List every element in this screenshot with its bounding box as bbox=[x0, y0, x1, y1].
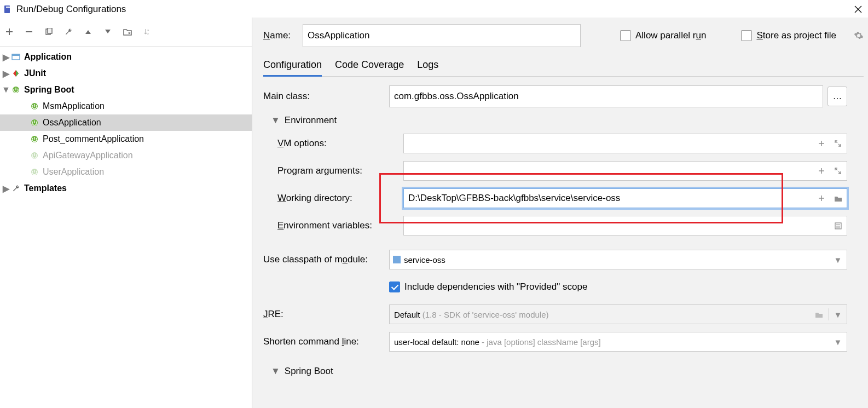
checkbox-icon bbox=[741, 30, 752, 41]
shorten-value: user-local default: none bbox=[394, 337, 482, 347]
jre-value: Default bbox=[394, 310, 423, 319]
save-folder-icon[interactable] bbox=[123, 27, 132, 37]
tree-item-oss[interactable]: OssApplication bbox=[0, 114, 252, 131]
app-icon bbox=[3, 5, 12, 14]
tree-label: Post_commentApplication bbox=[43, 134, 144, 144]
tree-node-spring-boot[interactable]: ▼ Spring Boot bbox=[0, 82, 252, 98]
shorten-label: Shorten command line: bbox=[263, 336, 389, 347]
program-args-label: Program arguments: bbox=[263, 165, 403, 176]
folder-icon[interactable] bbox=[831, 192, 844, 205]
jre-hint: (1.8 - SDK of 'service-oss' module) bbox=[423, 310, 549, 319]
svg-text:z: z bbox=[147, 32, 149, 36]
tab-code-coverage[interactable]: Code Coverage bbox=[335, 57, 404, 76]
shorten-select[interactable]: user-local default: none - java [options… bbox=[389, 332, 847, 352]
chevron-down-icon: ▼ bbox=[831, 253, 844, 266]
add-icon[interactable] bbox=[4, 27, 14, 37]
checkbox-checked-icon bbox=[389, 281, 400, 292]
svg-rect-7 bbox=[12, 54, 20, 56]
env-vars-input[interactable] bbox=[404, 215, 830, 236]
section-label: Environment bbox=[285, 115, 337, 126]
env-vars-label: Environment variables: bbox=[263, 220, 403, 231]
move-down-icon[interactable] bbox=[103, 27, 113, 37]
junit-icon bbox=[11, 68, 21, 78]
tab-bar: Configuration Code Coverage Logs bbox=[263, 57, 864, 77]
tree-node-junit[interactable]: ▶ JUnit bbox=[0, 65, 252, 82]
plus-icon[interactable] bbox=[815, 137, 828, 150]
chevron-right-icon: ▶ bbox=[2, 52, 10, 62]
plus-icon[interactable] bbox=[815, 192, 828, 205]
tree-label: Application bbox=[24, 52, 72, 62]
left-panel: az ▶ Application ▶ JUnit ▼ Spring Boot bbox=[0, 18, 252, 408]
svg-rect-1 bbox=[6, 7, 10, 8]
classpath-label: Use classpath of module: bbox=[263, 254, 389, 265]
chevron-down-icon: ▼ bbox=[2, 85, 10, 95]
tab-logs[interactable]: Logs bbox=[417, 57, 438, 76]
window-title: Run/Debug Configurations bbox=[16, 4, 126, 15]
allow-parallel-checkbox[interactable]: Allow parallel run bbox=[620, 30, 706, 41]
tree-item-post-comment[interactable]: Post_commentApplication bbox=[0, 131, 252, 147]
jre-label: JRE: bbox=[263, 309, 389, 320]
program-args-input[interactable] bbox=[404, 160, 814, 181]
program-args-input-wrap bbox=[403, 161, 847, 181]
tree-node-application[interactable]: ▶ Application bbox=[0, 49, 252, 65]
spring-boot-icon bbox=[30, 118, 39, 128]
config-tree[interactable]: ▶ Application ▶ JUnit ▼ Spring Boot MsmA… bbox=[0, 47, 252, 408]
main-class-label: Main class: bbox=[263, 91, 389, 102]
tree-label: Spring Boot bbox=[24, 85, 74, 95]
tab-configuration[interactable]: Configuration bbox=[263, 57, 322, 77]
classpath-value: service-oss bbox=[404, 255, 445, 265]
copy-icon[interactable] bbox=[44, 27, 54, 37]
spring-boot-icon bbox=[30, 151, 39, 160]
tree-label: MsmApplication bbox=[43, 101, 105, 111]
sort-icon[interactable]: az bbox=[142, 27, 152, 37]
main-class-input[interactable] bbox=[389, 85, 823, 107]
working-dir-input[interactable] bbox=[404, 188, 814, 209]
svg-text:a: a bbox=[147, 28, 149, 32]
move-up-icon[interactable] bbox=[83, 27, 93, 37]
classpath-select[interactable]: service-oss ▼ bbox=[389, 250, 847, 269]
tree-label: JUnit bbox=[24, 68, 46, 78]
spring-boot-section-toggle[interactable]: ▼ Spring Boot bbox=[271, 366, 847, 377]
tree-item-user[interactable]: UserApplication bbox=[0, 164, 252, 180]
include-provided-checkbox[interactable]: Include dependencies with "Provided" sco… bbox=[389, 281, 587, 292]
name-input[interactable] bbox=[303, 24, 581, 47]
checkbox-label: Allow parallel run bbox=[635, 30, 706, 41]
wrench-icon bbox=[11, 183, 21, 193]
titlebar: Run/Debug Configurations bbox=[0, 0, 868, 18]
spring-boot-icon bbox=[30, 101, 39, 111]
environment-section-toggle[interactable]: ▼ Environment bbox=[271, 115, 847, 126]
chevron-down-icon: ▼ bbox=[271, 366, 280, 377]
chevron-right-icon: ▶ bbox=[2, 183, 10, 194]
tree-label: UserApplication bbox=[43, 167, 104, 177]
checkbox-label: Store as project file bbox=[756, 30, 836, 41]
folder-icon[interactable] bbox=[812, 308, 825, 321]
tree-label: OssApplication bbox=[43, 118, 101, 128]
working-dir-label: Working directory: bbox=[263, 193, 403, 204]
module-icon bbox=[393, 256, 401, 263]
chevron-down-icon: ▼ bbox=[271, 115, 280, 126]
vm-options-input[interactable] bbox=[404, 133, 814, 154]
tree-node-templates[interactable]: ▶ Templates bbox=[0, 180, 252, 197]
wrench-icon[interactable] bbox=[63, 27, 73, 37]
jre-select[interactable]: Default (1.8 - SDK of 'service-oss' modu… bbox=[389, 304, 847, 324]
expand-icon[interactable] bbox=[831, 164, 844, 177]
gear-icon[interactable] bbox=[854, 31, 864, 41]
remove-icon[interactable] bbox=[24, 27, 34, 37]
tree-label: Templates bbox=[24, 183, 67, 193]
checkbox-label: Include dependencies with "Provided" sco… bbox=[404, 281, 587, 292]
expand-icon[interactable] bbox=[831, 137, 844, 150]
section-label: Spring Boot bbox=[285, 366, 333, 377]
tree-item-api-gateway[interactable]: ApiGatewayApplication bbox=[0, 147, 252, 164]
plus-icon[interactable] bbox=[815, 164, 828, 177]
shorten-hint: - java [options] className [args] bbox=[482, 337, 601, 347]
close-icon[interactable] bbox=[853, 4, 864, 15]
list-icon[interactable] bbox=[831, 219, 844, 232]
application-icon bbox=[11, 52, 21, 62]
chevron-down-icon: ▼ bbox=[831, 335, 844, 348]
tree-item-msm[interactable]: MsmApplication bbox=[0, 98, 252, 114]
tree-toolbar: az bbox=[0, 18, 252, 47]
store-project-checkbox[interactable]: Store as project file bbox=[741, 30, 836, 41]
chevron-right-icon: ▶ bbox=[2, 68, 10, 79]
browse-button[interactable]: … bbox=[828, 87, 847, 106]
chevron-down-icon[interactable]: ▼ bbox=[831, 308, 844, 321]
